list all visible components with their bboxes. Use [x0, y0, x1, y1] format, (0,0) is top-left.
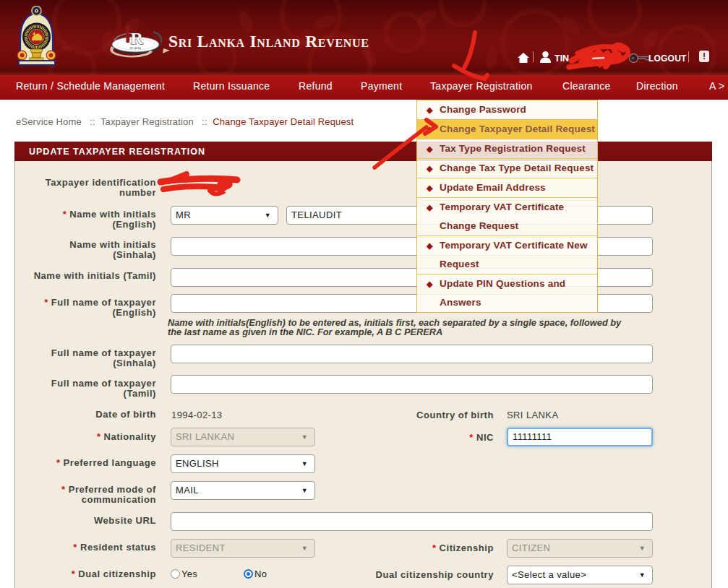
svg-text:R: R — [131, 29, 144, 48]
svg-text:SRI LANKA: SRI LANKA — [129, 47, 141, 50]
